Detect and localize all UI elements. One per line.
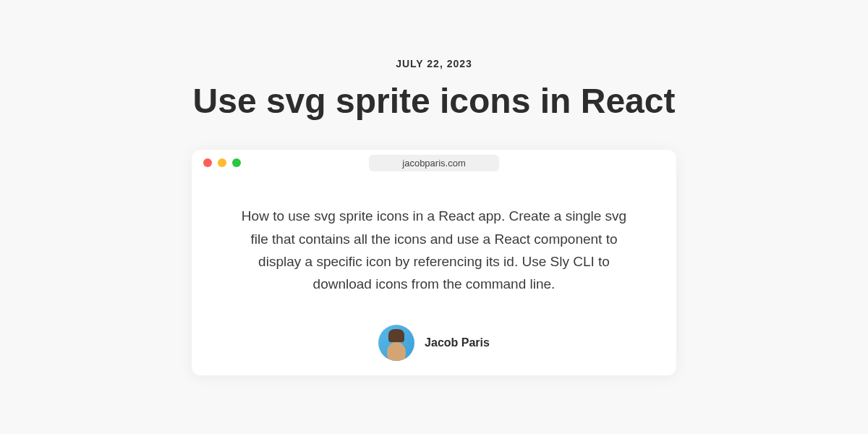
browser-window: jacobparis.com How to use svg sprite ico… bbox=[192, 150, 676, 375]
author-section: Jacob Paris bbox=[235, 325, 633, 361]
author-name: Jacob Paris bbox=[425, 336, 490, 349]
author-avatar bbox=[378, 325, 414, 361]
url-bar[interactable]: jacobparis.com bbox=[369, 155, 499, 171]
page-title: Use svg sprite icons in React bbox=[193, 81, 676, 121]
maximize-window-icon[interactable] bbox=[232, 158, 241, 167]
close-window-icon[interactable] bbox=[203, 158, 212, 167]
article-description: How to use svg sprite icons in a React a… bbox=[235, 205, 633, 295]
minimize-window-icon[interactable] bbox=[218, 158, 226, 167]
content-area: How to use svg sprite icons in a React a… bbox=[192, 176, 676, 375]
traffic-lights bbox=[203, 158, 241, 167]
publish-date: JULY 22, 2023 bbox=[396, 58, 472, 69]
browser-chrome: jacobparis.com bbox=[192, 150, 676, 176]
